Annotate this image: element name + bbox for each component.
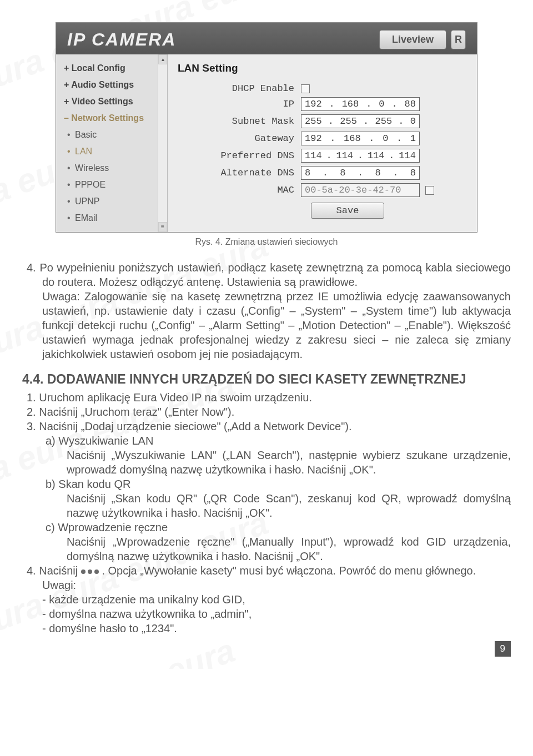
ip-input[interactable]: 192. 168. 0. 88 [301, 97, 420, 111]
step-3: 3. Naciśnij „Dodaj urządzenie sieciowe" … [22, 419, 511, 434]
sidebar-item-video[interactable]: + Video Settings [56, 93, 167, 110]
sidebar-item-network[interactable]: – Network Settings [56, 110, 167, 127]
scroll-up-icon[interactable]: ▴ [158, 54, 167, 64]
panel-title: LAN Setting [178, 62, 467, 74]
notes-heading: Uwagi: [42, 578, 511, 592]
alternate-dns-input[interactable]: 8. 8. 8. 8 [301, 166, 420, 180]
screenshot-lan-setting: IP CAMERA Liveview R + Local Config + Au… [56, 22, 477, 233]
scroll-drag-icon[interactable]: ≡ [158, 222, 167, 232]
save-button[interactable]: Save [311, 203, 384, 219]
gateway-input[interactable]: 192. 168. 0. 1 [301, 132, 420, 145]
note-1: - każde urządzenie ma unikalny kod GID, [42, 592, 511, 607]
page-number: 9 [495, 641, 511, 657]
paragraph-4-note: Uwaga: Zalogowanie się na kasetę zewnętr… [22, 289, 511, 361]
sidebar-item-audio[interactable]: + Audio Settings [56, 77, 167, 93]
ip-oct1: 192 [305, 99, 322, 109]
label-dhcp: DHCP Enable [194, 83, 301, 94]
liveview-button[interactable]: Liveview [379, 30, 446, 49]
step-4: 4. Naciśnij . Opcja „Wywołanie kasety" m… [22, 563, 511, 578]
sidebar-item-pppoe[interactable]: PPPOE [56, 177, 167, 193]
sidebar-item-local-config[interactable]: + Local Config [56, 60, 167, 77]
figure-caption: Rys. 4. Zmiana ustawień sieciowych [22, 237, 511, 247]
step-3c-heading: c) Wprowadzenie ręczne [22, 520, 511, 535]
label-subnet: Subnet Mask [194, 116, 301, 127]
ip-oct2: 168 [342, 99, 359, 109]
step-3a-body: Naciśnij „Wyszukiwanie LAN" („LAN Search… [22, 448, 511, 477]
mac-field: 00-5a-20-3e-42-70 [301, 183, 420, 197]
mac-side-checkbox[interactable] [425, 186, 434, 195]
three-dots-icon [81, 569, 99, 574]
paragraph-4: 4. Po wypełnieniu poniższych ustawień, p… [22, 260, 511, 289]
step-3b-heading: b) Skan kodu QR [22, 477, 511, 491]
right-button-fragment[interactable]: R [451, 30, 466, 49]
label-alternate-dns: Alternate DNS [194, 168, 301, 178]
sidebar-item-lan[interactable]: LAN [56, 143, 167, 160]
label-preferred-dns: Preferred DNS [194, 150, 301, 161]
sidebar-item-email[interactable]: EMail [56, 210, 167, 226]
sidebar-item-wireless[interactable]: Wireless [56, 160, 167, 177]
step-3b-body: Naciśnij „Skan kodu QR" („QR Code Scan")… [22, 491, 511, 520]
step-3a-heading: a) Wyszukiwanie LAN [22, 434, 511, 448]
step-1: 1. Uruchom aplikację Eura Video IP na sw… [22, 390, 511, 405]
logo-text: IP CAMERA [67, 29, 176, 50]
ip-oct4: 88 [405, 99, 416, 109]
sidebar: + Local Config + Audio Settings + Video … [56, 54, 168, 232]
preferred-dns-input[interactable]: 114. 114. 114. 114 [301, 149, 420, 163]
label-ip: IP [194, 99, 301, 109]
screenshot-topbar: IP CAMERA Liveview R [56, 23, 477, 54]
label-mac: MAC [194, 185, 301, 195]
subnet-input[interactable]: 255. 255. 255. 0 [301, 114, 420, 128]
main-panel: LAN Setting DHCP Enable IP 192. 168. 0. … [168, 54, 477, 232]
sidebar-item-basic[interactable]: Basic [56, 127, 167, 143]
dhcp-checkbox[interactable] [301, 84, 310, 93]
label-gateway: Gateway [194, 133, 301, 144]
step-2: 2. Naciśnij „Uruchom teraz" („Enter Now"… [22, 405, 511, 419]
ip-oct3: 0 [379, 99, 384, 109]
sidebar-item-upnp[interactable]: UPNP [56, 193, 167, 210]
sidebar-scrollbar[interactable]: ▴ ≡ [158, 54, 167, 232]
section-heading-4-4: 4.4. DODAWANIE INNYCH URZĄDZEŃ DO SIECI … [22, 371, 511, 388]
step-3c-body: Naciśnij „Wprowadzenie ręczne" („Manuall… [22, 535, 511, 563]
note-2: - domyślna nazwa użytkownika to „admin", [42, 607, 511, 621]
note-3: - domyślne hasło to „1234". [42, 621, 511, 636]
